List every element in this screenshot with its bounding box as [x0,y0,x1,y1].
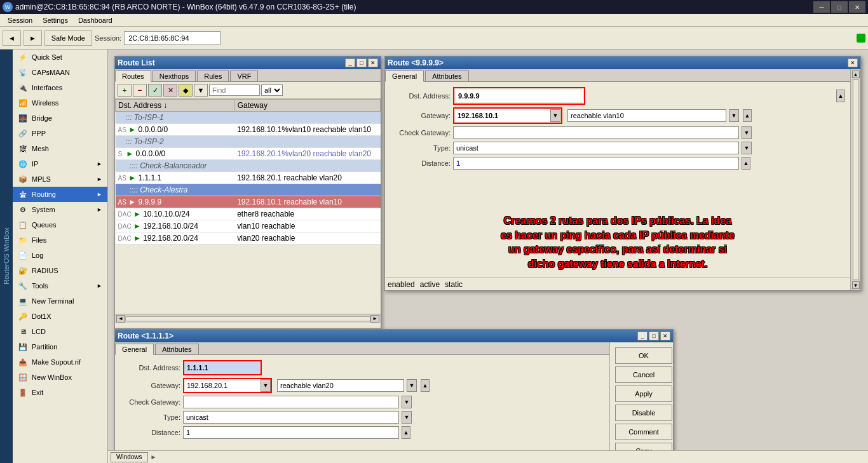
table-row[interactable]: DAC ► 10.10.10.0/24 ether8 reachable [116,208,381,220]
sidebar-item-new-winbox[interactable]: 🪟 New WinBox [13,370,107,385]
scroll-999-up[interactable]: ▲ [852,70,860,78]
route-111-minimize[interactable]: _ [637,332,648,340]
scroll-right-button[interactable]: ► [370,315,379,323]
add-route-button[interactable]: + [118,84,132,97]
dst-999-scroll-up[interactable]: ▲ [836,90,845,102]
session-input[interactable] [124,31,220,45]
col-gateway[interactable]: Gateway [234,100,380,112]
route-111-close[interactable]: ✕ [660,332,670,340]
gateway-dropdown-button[interactable]: ▼ [261,379,271,392]
sidebar-item-queues[interactable]: 📋 Queues [13,217,107,232]
sidebar-item-capsman[interactable]: 📡 CAPsMAAN [13,65,107,80]
gateway-scroll-up[interactable]: ▲ [421,379,430,392]
maximize-button[interactable]: □ [831,1,848,13]
check-gateway-input[interactable] [183,396,399,408]
menu-settings[interactable]: Settings [37,14,73,26]
tab-nexthops[interactable]: Nexthops [153,70,196,81]
route-111-maximize[interactable]: □ [649,332,659,340]
tab-routes[interactable]: Routes [115,70,151,82]
tab-111-general[interactable]: General [115,344,154,355]
enable-route-button[interactable]: ✓ [148,84,162,97]
gateway-999-scroll-up[interactable]: ▲ [743,109,752,122]
menu-dashboard[interactable]: Dashboard [73,14,118,26]
sidebar-item-interfaces[interactable]: 🔌 Interfaces [13,80,107,95]
type-999-input[interactable] [453,142,739,154]
gateway-999-dropdown[interactable]: ▼ [550,109,560,122]
sidebar-item-make-supout[interactable]: 📤 Make Supout.rif [13,354,107,370]
type-input[interactable] [183,411,399,424]
minimize-button[interactable]: ─ [813,1,830,13]
close-button[interactable]: ✕ [849,1,865,13]
find-select[interactable]: all [261,84,283,96]
disable-route-button[interactable]: ✕ [163,84,177,97]
find-input[interactable] [209,84,260,96]
disable-button[interactable]: Disable [615,405,672,421]
table-row[interactable]: DAC ► 192.168.20.0/24 vlan20 reachable [116,232,381,245]
dst-address-999-input[interactable] [456,90,583,102]
gateway-option-input[interactable] [277,379,404,392]
ok-button[interactable]: OK [615,347,672,364]
route-999-close[interactable]: ✕ [848,58,858,67]
route-list-close[interactable]: ✕ [368,58,378,67]
col-dst-address[interactable]: Dst. Address ↓ [116,100,235,112]
sidebar-item-radius[interactable]: 🔐 RADIUS [13,263,107,278]
sidebar-item-exit[interactable]: 🚪 Exit [13,385,107,400]
type-dropdown[interactable]: ▼ [402,411,412,424]
menu-session[interactable]: Session [3,14,37,26]
sidebar-item-lcd[interactable]: 🖥 LCD [13,324,107,339]
table-row[interactable]: DAC ► 192.168.10.0/24 vlan10 reachable [116,220,381,232]
gateway-999-option[interactable] [567,109,726,122]
remove-route-button[interactable]: − [133,84,147,97]
sidebar-item-new-terminal[interactable]: 💻 New Terminal [13,293,107,309]
sidebar-item-tools[interactable]: 🔧 Tools ► [13,278,107,293]
sidebar-item-ppp[interactable]: 🔗 PPP [13,126,107,141]
sidebar-item-log[interactable]: 📄 Log [13,248,107,263]
table-row[interactable]: ::: To-ISP-2 [116,136,381,148]
windows-button[interactable]: Windows [111,452,148,462]
comment-button[interactable]: Comment [615,424,672,440]
distance-input[interactable] [183,426,399,439]
apply-button[interactable]: Apply [615,386,672,402]
route-list-maximize[interactable]: □ [356,58,367,67]
check-gateway-dropdown[interactable]: ▼ [402,396,412,408]
tab-999-attributes[interactable]: Attributes [425,70,468,81]
tab-rules[interactable]: Rules [197,70,229,81]
sidebar-item-ip[interactable]: 🌐 IP ► [13,156,107,171]
distance-999-input[interactable] [453,157,739,170]
sidebar-item-bridge[interactable]: 🌉 Bridge [13,111,107,126]
tab-111-attributes[interactable]: Attributes [155,344,198,354]
safe-mode-button[interactable]: Safe Mode [44,30,92,46]
distance-scroll-up[interactable]: ▲ [402,426,410,439]
route-list-minimize[interactable]: _ [345,58,355,67]
check-gateway-999-input[interactable] [453,126,739,139]
scroll-left-button[interactable]: ◄ [116,315,125,323]
copy-route-button[interactable]: ◆ [179,84,193,97]
sidebar-item-dot1x[interactable]: 🔑 Dot1X [13,309,107,324]
table-row-check-alestra[interactable]: :::: Check-Alestra [116,184,381,196]
table-row[interactable]: :::: Check-Balanceador [116,160,381,172]
table-row[interactable]: ::: To-ISP-1 [116,112,381,124]
table-row[interactable]: S ► 0.0.0.0/0 192.168.20.1%vlan20 reacha… [116,148,381,160]
scroll-999-down[interactable]: ▼ [852,281,860,289]
table-row-highlight[interactable]: AS ► 9.9.9.9 192.168.10.1 reachable vlan… [116,196,381,208]
tab-999-general[interactable]: General [385,70,424,82]
gateway-option-dropdown[interactable]: ▼ [407,379,417,392]
dst-address-input[interactable] [184,361,261,374]
sidebar-item-files[interactable]: 📁 Files [13,232,107,248]
forward-button[interactable]: ► [24,30,42,46]
table-row[interactable]: AS ► 0.0.0.0/0 192.168.10.1%vlan10 reach… [116,124,381,136]
sidebar-item-mpls[interactable]: 📦 MPLS ► [13,171,107,187]
back-button[interactable]: ◄ [3,30,21,46]
sidebar-item-system[interactable]: ⚙ System ► [13,202,107,217]
distance-999-scroll-up[interactable]: ▲ [742,157,750,170]
sidebar-item-wireless[interactable]: 📶 Wireless [13,95,107,111]
cancel-button[interactable]: Cancel [615,366,672,383]
table-row[interactable]: AS ► 1.1.1.1 192.168.20.1 reachable vlan… [116,172,381,184]
check-gateway-999-dropdown[interactable]: ▼ [742,126,752,139]
sidebar-item-mesh[interactable]: 🕸 Mesh [13,141,107,156]
filter-route-button[interactable]: ▼ [194,84,208,97]
sidebar-item-partition[interactable]: 💾 Partition [13,339,107,354]
tab-vrf[interactable]: VRF [230,70,258,81]
sidebar-item-quick-set[interactable]: ⚡ Quick Set [13,50,107,65]
gateway-999-input[interactable] [455,109,550,122]
